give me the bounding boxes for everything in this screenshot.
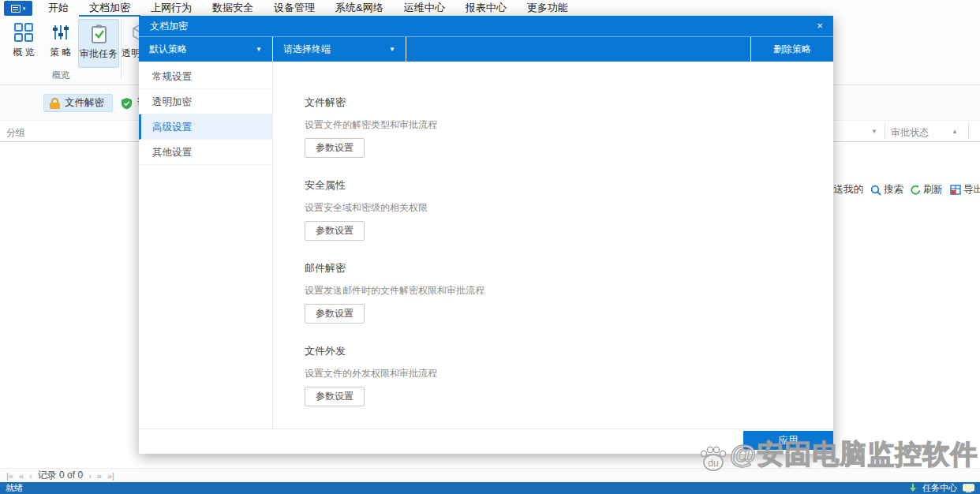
section-mail-decrypt: 邮件解密 设置发送邮件时的文件解密权限和审批流程 参数设置	[305, 261, 810, 324]
pager-last-icon[interactable]: »|	[107, 471, 114, 481]
file-decrypt-button[interactable]: 文件解密	[43, 94, 113, 112]
section-title: 安全属性	[305, 178, 810, 193]
pager-fast-next-icon[interactable]: »	[97, 471, 102, 481]
tab-device-management[interactable]: 设备管理	[264, 0, 325, 17]
dialog-content: 文件解密 设置文件的解密类型和审批流程 参数设置 安全属性 设置安全域和密级的相…	[273, 62, 833, 454]
dialog-sidebar: 常规设置 透明加密 高级设置 其他设置	[139, 62, 273, 454]
status-bar: 就绪 任务中心	[0, 482, 980, 494]
sidebar-item-transparent-encryption[interactable]: 透明加密	[139, 89, 272, 114]
export-icon	[950, 185, 961, 195]
section-desc: 设置发送邮件时的文件解密权限和审批流程	[305, 284, 810, 298]
doc-encryption-dialog: 文档加密 × 默认策略 ▼ 请选择终端 ▼ 删除策略 常规设置 透明加密 高级设…	[139, 16, 833, 454]
ribbon-group-divider	[121, 20, 122, 80]
section-desc: 设置安全域和密级的相关权限	[305, 201, 810, 215]
pager-record-count: 记录 0 of 0	[38, 469, 83, 482]
tab-internet-behavior[interactable]: 上网行为	[140, 0, 202, 17]
pager-fast-prev-icon[interactable]: «	[19, 471, 24, 481]
file-decrypt-label: 文件解密	[65, 96, 104, 110]
tab-report-center[interactable]: 报表中心	[455, 0, 517, 17]
refresh-button[interactable]: 刷新	[911, 183, 943, 196]
approval-tasks-button[interactable]: 审批任务	[78, 19, 119, 68]
column-divider	[968, 123, 969, 139]
tab-more-functions[interactable]: 更多功能	[517, 0, 578, 17]
app-menu-button[interactable]: ▾	[4, 1, 32, 16]
search-icon	[870, 185, 881, 196]
shield-icon	[121, 97, 133, 110]
overview-button[interactable]: 概 览	[6, 19, 41, 68]
menu-bar: ▾ 开始 文档加密 上网行为 数据安全 设备管理 系统&网络 运维中心 报表中心…	[0, 0, 980, 17]
apply-button[interactable]: 应用	[743, 431, 833, 450]
tab-data-security[interactable]: 数据安全	[202, 0, 264, 17]
tab-system-network[interactable]: 系统&网络	[325, 0, 394, 17]
export-button[interactable]: 导出	[950, 183, 980, 196]
overview-label: 概 览	[13, 46, 34, 59]
column-header-group[interactable]: 分组	[6, 126, 25, 140]
param-settings-button[interactable]: 参数设置	[305, 387, 365, 406]
task-center-button[interactable]: 任务中心	[922, 482, 957, 494]
toolbar-spacer	[406, 37, 750, 62]
pager-next-icon[interactable]: ›	[88, 471, 92, 481]
app-logo-icon	[11, 5, 21, 13]
section-file-decrypt: 文件解密 设置文件的解密类型和审批流程 参数设置	[305, 95, 810, 158]
column-divider	[885, 123, 885, 139]
param-settings-button[interactable]: 参数设置	[305, 138, 365, 158]
download-arrow-icon	[909, 484, 917, 492]
dialog-titlebar[interactable]: 文档加密 ×	[139, 16, 833, 36]
refresh-label: 刷新	[923, 183, 943, 196]
lock-icon	[50, 98, 60, 109]
delete-policy-button[interactable]: 删除策略	[750, 37, 833, 62]
param-settings-button[interactable]: 参数设置	[305, 221, 365, 241]
status-ready-label: 就绪	[6, 482, 23, 494]
dialog-title: 文档加密	[150, 20, 188, 33]
column-filter-caret-icon[interactable]: ▼	[871, 128, 877, 135]
tab-start[interactable]: 开始	[38, 0, 79, 17]
tab-ops-center[interactable]: 运维中心	[394, 0, 455, 17]
sidebar-item-other-settings[interactable]: 其他设置	[139, 140, 272, 165]
approval-tasks-label: 审批任务	[80, 47, 118, 61]
column-sort-caret-icon[interactable]: ▲	[952, 128, 958, 135]
default-policy-label: 默认策略	[149, 43, 187, 56]
sliders-icon	[51, 23, 70, 42]
section-title: 文件外发	[305, 344, 810, 358]
action-bar-right: 抄送我的 搜索 刷新 导出	[824, 182, 980, 198]
chevron-down-icon: ▼	[389, 46, 395, 53]
chevron-down-icon: ▾	[23, 6, 26, 12]
paw-label: du	[708, 458, 718, 469]
sidebar-item-general-settings[interactable]: 常规设置	[139, 64, 272, 89]
section-title: 邮件解密	[305, 261, 810, 275]
section-desc: 设置文件的解密类型和审批流程	[305, 118, 810, 132]
column-header-approval-status[interactable]: 审批状态	[891, 126, 929, 140]
select-terminal-label: 请选择终端	[283, 43, 331, 56]
pager-first-icon[interactable]: |«	[6, 471, 13, 481]
search-button[interactable]: 搜索	[870, 183, 903, 196]
overview-grid-icon	[14, 23, 33, 42]
ribbon-group-label: 概览	[5, 69, 117, 81]
search-label: 搜索	[884, 183, 903, 196]
export-label: 导出	[963, 183, 980, 196]
clipboard-check-icon	[89, 24, 109, 43]
tab-doc-encryption[interactable]: 文档加密	[79, 0, 140, 17]
default-policy-dropdown[interactable]: 默认策略 ▼	[139, 37, 273, 62]
policy-label: 策 略	[50, 46, 71, 59]
section-file-outgoing: 文件外发 设置文件的外发权限和审批流程 参数设置	[305, 344, 810, 406]
policy-button[interactable]: 策 略	[43, 19, 78, 68]
ribbon-tabs: 开始 文档加密 上网行为 数据安全 设备管理 系统&网络 运维中心 报表中心 更…	[38, 0, 578, 17]
sidebar-item-advanced-settings[interactable]: 高级设置	[139, 114, 272, 140]
select-terminal-dropdown[interactable]: 请选择终端 ▼	[273, 37, 406, 62]
chevron-down-icon: ▼	[256, 46, 262, 53]
dialog-toolbar: 默认策略 ▼ 请选择终端 ▼ 删除策略	[139, 36, 833, 62]
pager-prev-icon[interactable]: ‹	[29, 471, 32, 481]
section-title: 文件解密	[305, 95, 810, 110]
dialog-body: 常规设置 透明加密 高级设置 其他设置 文件解密 设置文件的解密类型和审批流程 …	[139, 62, 833, 454]
dialog-footer: 应用	[139, 429, 833, 454]
refresh-icon	[911, 185, 921, 195]
section-desc: 设置文件的外发权限和审批流程	[305, 367, 810, 380]
param-settings-button[interactable]: 参数设置	[305, 304, 365, 324]
section-security-attr: 安全属性 设置安全域和密级的相关权限 参数设置	[305, 178, 810, 241]
pager-bar: |« « ‹ 记录 0 of 0 › » »|	[0, 468, 980, 482]
close-icon[interactable]: ×	[813, 19, 827, 33]
monitor-icon[interactable]	[963, 484, 974, 492]
